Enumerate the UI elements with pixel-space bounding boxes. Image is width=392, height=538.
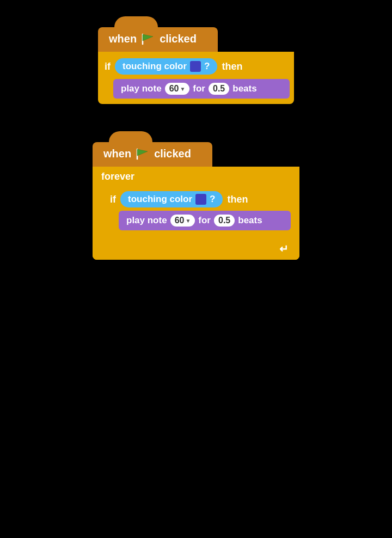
for-label-1: for: [193, 83, 205, 94]
beats-value-2: 0.5: [218, 216, 230, 225]
svg-marker-3: [137, 149, 148, 156]
beats-label-1: beats: [232, 83, 256, 94]
for-label-2: for: [198, 215, 211, 226]
if-then-block-1: if touching color ? then play note 60 fo…: [98, 52, 294, 104]
if-row-1: if touching color ? then: [102, 56, 290, 77]
note-pill-1[interactable]: 60: [165, 83, 190, 95]
green-flag-icon-2: [136, 148, 150, 160]
note-pill-2[interactable]: 60: [170, 215, 195, 227]
beats-pill-2[interactable]: 0.5: [214, 215, 235, 227]
green-flag-icon-1: [141, 33, 155, 45]
beats-label-2: beats: [238, 215, 262, 226]
beats-value-1: 0.5: [213, 84, 225, 93]
note-value-1: 60: [169, 84, 179, 94]
clicked-label-2: clicked: [154, 148, 191, 160]
color-swatch-1[interactable]: [190, 61, 201, 72]
beats-pill-1[interactable]: 0.5: [209, 83, 229, 95]
block-group-2: when clicked forever if touching color: [93, 131, 299, 260]
question-2: ?: [210, 194, 215, 205]
hat-block-2[interactable]: when clicked: [93, 142, 212, 167]
hat-block-1[interactable]: when clicked: [98, 27, 218, 52]
svg-marker-1: [143, 34, 153, 41]
forever-label-row: forever: [93, 167, 299, 186]
if-label-1: if: [105, 61, 111, 72]
question-1: ?: [204, 61, 210, 72]
touching-color-pill-2[interactable]: touching color ?: [120, 191, 223, 207]
then-label-2: then: [227, 194, 248, 205]
touching-color-pill-1[interactable]: touching color ?: [115, 58, 217, 75]
play-label-1: play note: [121, 83, 162, 94]
hat-block-wrapper-2: when clicked forever if touching color: [93, 142, 299, 260]
forever-inner: if touching color ? then play note 60: [103, 186, 299, 239]
touching-label-1: touching color: [122, 61, 187, 72]
color-swatch-2[interactable]: [195, 194, 206, 205]
forever-label: forever: [101, 171, 134, 182]
when-label-2: when: [103, 148, 131, 160]
when-label-1: when: [109, 33, 137, 45]
note-value-2: 60: [175, 216, 185, 225]
forever-bottom: ↵: [93, 239, 299, 260]
touching-label-2: touching color: [128, 194, 192, 205]
play-label-2: play note: [126, 215, 167, 226]
play-note-wrapper-2: play note 60 for 0.5 beats: [106, 211, 295, 235]
forever-block: forever if touching color ? then: [93, 167, 299, 260]
if-label-2: if: [110, 194, 116, 205]
block-group-1: when clicked if touching color ? then: [98, 16, 294, 104]
hat-block-wrapper-1: when clicked if touching color ? then: [98, 27, 294, 104]
play-note-block-2[interactable]: play note 60 for 0.5 beats: [119, 211, 291, 230]
then-label-1: then: [222, 61, 242, 72]
play-note-block-1[interactable]: play note 60 for 0.5 beats: [113, 79, 290, 99]
forever-arrow-icon: ↵: [279, 242, 289, 255]
clicked-label-1: clicked: [160, 33, 197, 45]
if-row-2: if touching color ? then: [106, 188, 295, 211]
